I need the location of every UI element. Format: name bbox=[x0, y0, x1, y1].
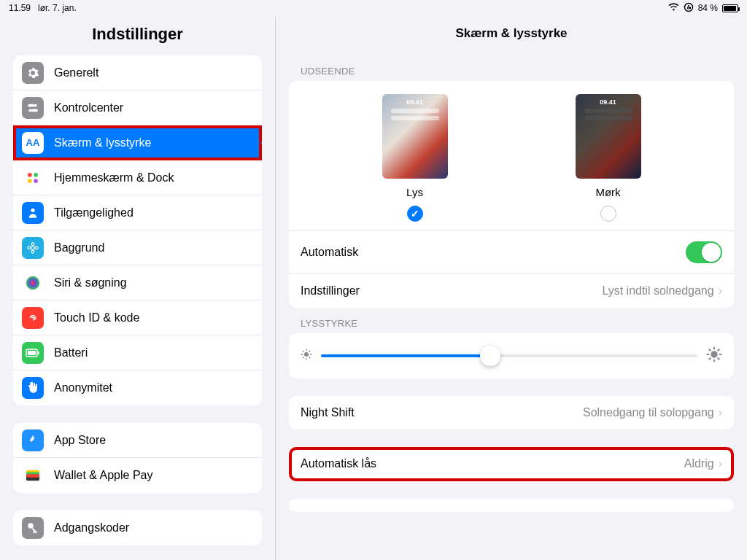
sidebar-item-anonymitet[interactable]: Anonymitet bbox=[13, 370, 262, 405]
dark-radio[interactable] bbox=[600, 206, 616, 222]
auto-toggle[interactable] bbox=[686, 241, 722, 263]
wifi-icon bbox=[668, 3, 679, 13]
main-pane: Skærm & lysstyrke UDSEENDE 09.41 Lys bbox=[276, 16, 747, 560]
appearance-dark-option[interactable]: 09.41 Mørk bbox=[576, 94, 641, 222]
svg-point-24 bbox=[304, 352, 309, 357]
sidebar-group: App StoreWallet & Apple Pay bbox=[13, 423, 262, 493]
sidebar-item-label: Anonymitet bbox=[54, 381, 112, 394]
sidebar-item-tilg-ngelighed[interactable]: Tilgængelighed bbox=[13, 195, 262, 230]
nightshift-row[interactable]: Night Shift Solnedgang til solopgang › bbox=[289, 396, 734, 429]
brightness-slider[interactable] bbox=[321, 354, 697, 357]
svg-line-38 bbox=[709, 349, 711, 351]
sidebar: Indstillinger GenereltKontrolcenterAASkæ… bbox=[0, 16, 276, 560]
nightshift-label: Night Shift bbox=[301, 406, 355, 419]
svg-line-31 bbox=[303, 357, 304, 358]
gear-icon bbox=[22, 62, 44, 84]
svg-rect-17 bbox=[38, 351, 39, 354]
light-label: Lys bbox=[382, 186, 448, 198]
svg-rect-7 bbox=[28, 179, 31, 182]
svg-point-13 bbox=[28, 246, 31, 249]
wallet-icon bbox=[22, 464, 44, 486]
svg-line-29 bbox=[303, 351, 304, 352]
appearance-card: 09.41 Lys 09.41 Mørk bbox=[289, 81, 734, 308]
sidebar-item-generelt[interactable]: Generelt bbox=[13, 55, 262, 90]
appearance-settings-value: Lyst indtil solnedgang bbox=[602, 284, 713, 298]
sidebar-item-label: Adgangskoder bbox=[54, 521, 129, 534]
sidebar-item-label: Wallet & Apple Pay bbox=[54, 469, 152, 482]
appearance-header: UDSEENDE bbox=[289, 55, 734, 81]
nightshift-card: Night Shift Solnedgang til solopgang › bbox=[289, 396, 734, 429]
dark-preview: 09.41 bbox=[576, 94, 641, 179]
dark-label: Mørk bbox=[576, 186, 641, 198]
svg-point-33 bbox=[711, 351, 717, 357]
person-icon bbox=[22, 202, 44, 224]
chevron-right-icon: › bbox=[719, 284, 722, 298]
sidebar-item-sk-rm-lysstyrke[interactable]: AASkærm & lysstyrke1 bbox=[13, 125, 262, 160]
sidebar-item-kontrolcenter[interactable]: Kontrolcenter bbox=[13, 90, 262, 125]
svg-line-40 bbox=[709, 358, 711, 359]
autolock-row[interactable]: Automatisk lås Aldrig › bbox=[289, 447, 734, 481]
sidebar-item-hjemmesk-rm-dock[interactable]: Hjemmeskærm & Dock bbox=[13, 160, 262, 195]
svg-rect-5 bbox=[28, 173, 31, 176]
sidebar-item-label: Hjemmeskærm & Dock bbox=[54, 171, 174, 184]
chevron-right-icon: › bbox=[719, 406, 722, 419]
sun-large-icon bbox=[706, 346, 722, 365]
appstore-icon bbox=[22, 429, 44, 451]
sidebar-item-label: Baggrund bbox=[54, 241, 104, 254]
grid-icon bbox=[22, 167, 44, 189]
svg-rect-22 bbox=[26, 474, 39, 478]
status-time: 11.59 bbox=[9, 3, 31, 13]
svg-point-10 bbox=[31, 246, 35, 249]
auto-appearance-row[interactable]: Automatisk bbox=[289, 231, 734, 274]
sidebar-item-adgangskoder[interactable]: Adgangskoder bbox=[13, 510, 262, 545]
switches-icon bbox=[22, 97, 44, 119]
sidebar-item-touch-id-kode[interactable]: Touch ID & kode bbox=[13, 300, 262, 335]
sidebar-item-label: Generelt bbox=[54, 66, 98, 79]
sun-small-icon bbox=[301, 349, 312, 363]
rotation-lock-icon bbox=[684, 2, 694, 15]
aa-icon: AA bbox=[22, 132, 44, 154]
autolock-value: Aldrig bbox=[684, 457, 714, 470]
battery-icon bbox=[22, 342, 44, 364]
sidebar-item-label: Tilgængelighed bbox=[54, 206, 133, 219]
appearance-settings-label: Indstillinger bbox=[301, 284, 360, 298]
sidebar-group: Adgangskoder bbox=[13, 510, 262, 545]
svg-line-32 bbox=[309, 351, 310, 352]
brightness-card bbox=[289, 333, 734, 378]
sidebar-item-app-store[interactable]: App Store bbox=[13, 423, 262, 458]
sidebar-item-label: Batteri bbox=[54, 346, 88, 359]
svg-rect-3 bbox=[31, 109, 38, 112]
battery-percent: 84 % bbox=[698, 3, 718, 13]
flower-icon bbox=[22, 237, 44, 259]
sidebar-item-batteri[interactable]: Batteri bbox=[13, 335, 262, 370]
sidebar-item-label: Kontrolcenter bbox=[54, 101, 123, 114]
autolock-label: Automatisk lås bbox=[301, 457, 376, 470]
light-radio[interactable] bbox=[407, 206, 423, 222]
sidebar-item-wallet-apple-pay[interactable]: Wallet & Apple Pay bbox=[13, 458, 262, 493]
svg-rect-18 bbox=[28, 351, 36, 355]
sidebar-item-label: Siri & søgning bbox=[54, 276, 127, 289]
svg-rect-1 bbox=[28, 104, 34, 106]
svg-point-14 bbox=[35, 246, 38, 249]
svg-line-41 bbox=[718, 349, 719, 351]
svg-point-15 bbox=[26, 276, 39, 289]
sidebar-item-baggrund[interactable]: Baggrund bbox=[13, 230, 262, 265]
svg-line-39 bbox=[718, 358, 719, 359]
svg-point-2 bbox=[34, 104, 37, 106]
autolock-card: Automatisk lås Aldrig › 2 bbox=[289, 447, 734, 481]
hand-icon bbox=[22, 377, 44, 399]
svg-line-30 bbox=[309, 357, 310, 358]
main-title: Skærm & lysstyrke bbox=[276, 16, 747, 55]
fingerprint-icon bbox=[22, 307, 44, 329]
appearance-light-option[interactable]: 09.41 Lys bbox=[382, 94, 448, 222]
nightshift-value: Solnedgang til solopgang bbox=[583, 406, 714, 419]
sidebar-item-label: App Store bbox=[54, 434, 106, 447]
sidebar-item-label: Touch ID & kode bbox=[54, 311, 139, 324]
sidebar-item-label: Skærm & lysstyrke bbox=[54, 136, 151, 149]
sidebar-title: Indstillinger bbox=[0, 16, 275, 55]
svg-point-12 bbox=[31, 250, 34, 253]
brightness-header: LYSSTYRKE bbox=[289, 308, 734, 333]
siri-icon bbox=[22, 272, 44, 294]
sidebar-item-siri-s-gning[interactable]: Siri & søgning bbox=[13, 265, 262, 300]
appearance-settings-row[interactable]: Indstillinger Lyst indtil solnedgang › bbox=[289, 274, 734, 308]
